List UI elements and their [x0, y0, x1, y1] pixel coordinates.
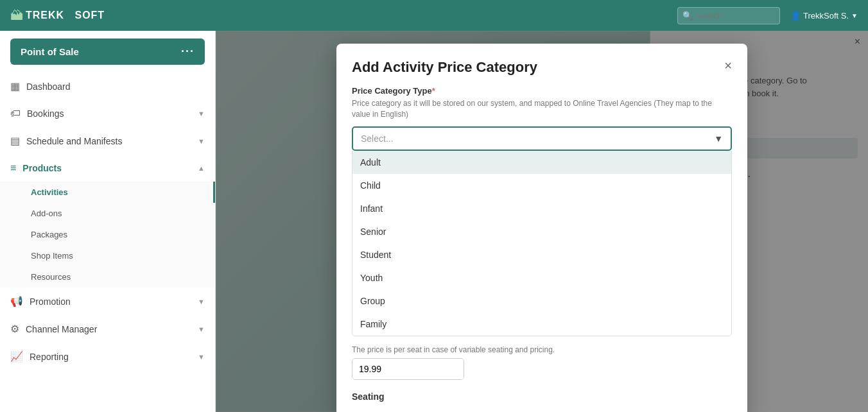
promotion-chevron-icon: ▼ [198, 298, 205, 305]
dropdown-list: Adult Child Infant Senior Student Youth … [352, 151, 732, 336]
price-input-row: EUR [352, 358, 464, 380]
main-content: × schedule and/or price category. Go to … [216, 31, 868, 412]
dashboard-icon: ▦ [10, 80, 20, 92]
logo-icon: 🏔 [10, 8, 23, 23]
add-activity-price-category-modal: Add Activity Price Category × Price Cate… [336, 44, 747, 412]
user-icon: 👤 [790, 11, 801, 21]
reporting-chevron-icon: ▼ [198, 353, 205, 361]
sidebar-subitem-packages[interactable]: Packages [0, 224, 215, 245]
dropdown-option-group[interactable]: Group [352, 289, 731, 313]
products-icon: ≡ [10, 162, 16, 174]
dropdown-placeholder: Select... [361, 133, 394, 144]
sidebar-item-schedule[interactable]: ▤ Schedule and Manifests ▼ [0, 127, 215, 155]
sidebar-item-reporting[interactable]: 📈 Reporting ▼ [0, 343, 215, 370]
pos-more-icon[interactable]: ··· [181, 45, 195, 58]
sidebar-item-products[interactable]: ≡ Products ▲ [0, 155, 215, 182]
chevron-down-icon: ▼ [714, 133, 723, 144]
products-chevron-icon: ▲ [198, 164, 205, 172]
dropdown-option-child[interactable]: Child [352, 174, 731, 197]
logo: 🏔 TREKK SOFT [10, 8, 105, 23]
modal-close-button[interactable]: × [724, 59, 732, 72]
modal-overlay: Add Activity Price Category × Price Cate… [216, 31, 868, 412]
user-menu[interactable]: 👤 TrekkSoft S. ▼ [790, 11, 858, 21]
bookings-icon: 🏷 [10, 108, 21, 119]
sidebar-item-dashboard[interactable]: ▦ Dashboard [0, 73, 215, 100]
sidebar-item-bookings[interactable]: 🏷 Bookings ▼ [0, 100, 215, 127]
sidebar-subitem-activities[interactable]: Activities [0, 182, 215, 203]
dropdown-option-family[interactable]: Family [352, 313, 731, 336]
price-category-type-label: Price Category Type* [352, 86, 732, 96]
logo-text: TREKK SOFT [26, 10, 105, 21]
reporting-icon: 📈 [10, 350, 23, 363]
channel-manager-chevron-icon: ▼ [198, 325, 205, 333]
sidebar-subitem-resources[interactable]: Resources [0, 266, 215, 288]
seating-label: Seating [352, 391, 732, 402]
topnav-right: 🔍 👤 TrekkSoft S. ▼ [677, 7, 858, 24]
price-category-dropdown: Select... ▼ Adult Child Infant Senior St… [352, 126, 732, 336]
sidebar-subitem-add-ons[interactable]: Add-ons [0, 203, 215, 224]
search-wrapper: 🔍 [677, 7, 780, 24]
dropdown-option-adult[interactable]: Adult [352, 151, 731, 174]
bookings-chevron-icon: ▼ [198, 110, 205, 117]
channel-manager-icon: ⚙ [10, 323, 19, 335]
sidebar: Point of Sale ··· ▦ Dashboard 🏷 Bookings… [0, 31, 216, 412]
dropdown-option-infant[interactable]: Infant [352, 197, 731, 220]
schedule-icon: ▤ [10, 135, 20, 147]
dropdown-option-senior[interactable]: Senior [352, 220, 731, 243]
modal-title: Add Activity Price Category [352, 59, 537, 76]
modal-body: Price Category Type* Price category as i… [336, 86, 747, 412]
price-input[interactable] [352, 359, 464, 379]
top-navigation: 🏔 TREKK SOFT 🔍 👤 TrekkSoft S. ▼ [0, 0, 868, 31]
modal-header: Add Activity Price Category × [336, 44, 747, 86]
schedule-chevron-icon: ▼ [198, 137, 205, 145]
sidebar-item-promotion[interactable]: 📢 Promotion ▼ [0, 288, 215, 315]
price-category-type-hint: Price category as it will be stored on o… [352, 98, 732, 120]
search-input[interactable] [677, 7, 780, 24]
sidebar-subitem-shop-items[interactable]: Shop Items [0, 245, 215, 266]
products-submenu: Activities Add-ons Packages Shop Items R… [0, 182, 215, 288]
dropdown-trigger[interactable]: Select... ▼ [352, 126, 732, 151]
dropdown-option-youth[interactable]: Youth [352, 266, 731, 289]
promotion-icon: 📢 [10, 295, 23, 307]
dropdown-option-student[interactable]: Student [352, 243, 731, 266]
sidebar-item-channel-manager[interactable]: ⚙ Channel Manager ▼ [0, 315, 215, 343]
price-hint: The price is per seat in case of variabl… [352, 345, 732, 354]
pos-button[interactable]: Point of Sale ··· [10, 39, 205, 65]
user-chevron-icon: ▼ [851, 12, 858, 19]
